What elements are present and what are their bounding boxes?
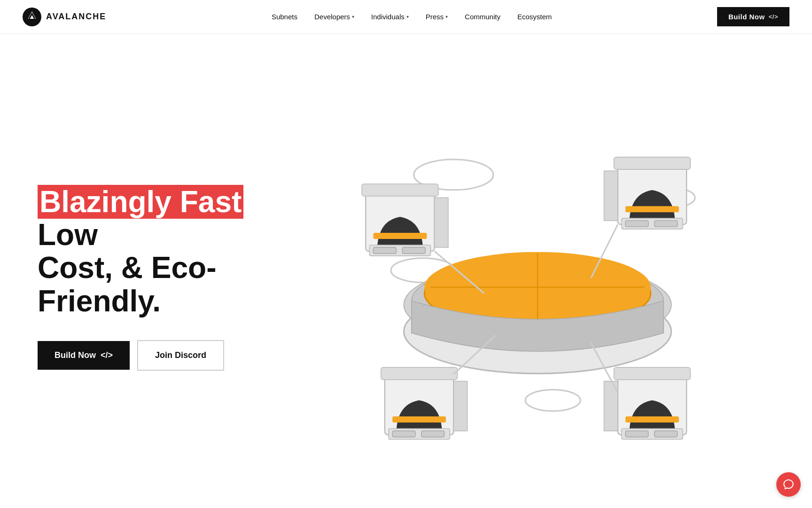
svg-rect-31 bbox=[381, 367, 458, 380]
svg-rect-23 bbox=[655, 221, 678, 227]
avalanche-logo-icon bbox=[23, 8, 41, 26]
hero-section: Blazingly Fast LowCost, & Eco-Friendly. … bbox=[0, 34, 812, 503]
svg-rect-37 bbox=[655, 431, 678, 437]
nav-item-press[interactable]: Press ▾ bbox=[426, 13, 448, 21]
nav-links: Subnets Developers ▾ Individuals ▾ Press… bbox=[272, 13, 552, 21]
chevron-down-icon: ▾ bbox=[406, 14, 409, 19]
chat-button[interactable] bbox=[776, 472, 801, 497]
svg-rect-17 bbox=[362, 184, 438, 196]
svg-rect-15 bbox=[373, 247, 396, 254]
code-icon: </> bbox=[101, 350, 113, 360]
nav-link-individuals[interactable]: Individuals ▾ bbox=[371, 13, 409, 21]
nav-link-press[interactable]: Press ▾ bbox=[426, 13, 448, 21]
svg-rect-30 bbox=[422, 431, 445, 437]
hero-illustration bbox=[301, 71, 774, 484]
svg-rect-32 bbox=[392, 416, 446, 422]
chat-icon bbox=[782, 478, 795, 491]
hero-section-wrapper: Blazingly Fast LowCost, & Eco-Friendly. … bbox=[0, 34, 812, 508]
svg-rect-19 bbox=[435, 198, 448, 247]
hero-buttons: Build Now </> Join Discord bbox=[38, 340, 301, 371]
hero-left: Blazingly Fast LowCost, & Eco-Friendly. … bbox=[38, 185, 301, 371]
chevron-down-icon: ▾ bbox=[445, 14, 448, 19]
svg-rect-22 bbox=[625, 221, 648, 227]
nav-item-individuals[interactable]: Individuals ▾ bbox=[371, 13, 409, 21]
hero-title-rest: LowCost, & Eco-Friendly. bbox=[38, 218, 216, 318]
svg-rect-38 bbox=[614, 367, 691, 380]
svg-rect-39 bbox=[625, 416, 679, 422]
nav-item-community[interactable]: Community bbox=[465, 13, 500, 21]
svg-point-4 bbox=[525, 389, 580, 411]
svg-rect-18 bbox=[373, 233, 427, 239]
nav-link-community[interactable]: Community bbox=[465, 13, 500, 21]
logo-text: AVALANCHE bbox=[46, 12, 106, 22]
chevron-down-icon: ▾ bbox=[352, 14, 354, 19]
svg-rect-16 bbox=[402, 247, 425, 254]
nav-link-developers[interactable]: Developers ▾ bbox=[314, 13, 354, 21]
svg-rect-33 bbox=[453, 381, 467, 431]
svg-rect-24 bbox=[614, 157, 691, 169]
svg-rect-26 bbox=[604, 171, 617, 221]
hero-join-discord-button[interactable]: Join Discord bbox=[137, 340, 224, 371]
nav-item-ecosystem[interactable]: Ecosystem bbox=[517, 13, 552, 21]
hero-right bbox=[301, 71, 774, 484]
svg-rect-29 bbox=[392, 431, 415, 437]
nav-item-subnets[interactable]: Subnets bbox=[272, 13, 297, 21]
hero-title: Blazingly Fast LowCost, & Eco-Friendly. bbox=[38, 185, 301, 318]
nav-link-subnets[interactable]: Subnets bbox=[272, 13, 297, 21]
nav-link-ecosystem[interactable]: Ecosystem bbox=[517, 13, 552, 21]
nav-item-developers[interactable]: Developers ▾ bbox=[314, 13, 354, 21]
navbar: AVALANCHE Subnets Developers ▾ Individua… bbox=[0, 0, 812, 34]
hero-title-highlight: Blazingly Fast bbox=[38, 185, 243, 219]
svg-rect-36 bbox=[625, 431, 648, 437]
hero-build-now-button[interactable]: Build Now </> bbox=[38, 341, 130, 370]
logo-link[interactable]: AVALANCHE bbox=[23, 8, 106, 26]
nav-build-now-button[interactable]: Build Now </> bbox=[717, 7, 789, 26]
code-icon: </> bbox=[769, 13, 778, 20]
svg-rect-25 bbox=[625, 206, 679, 212]
